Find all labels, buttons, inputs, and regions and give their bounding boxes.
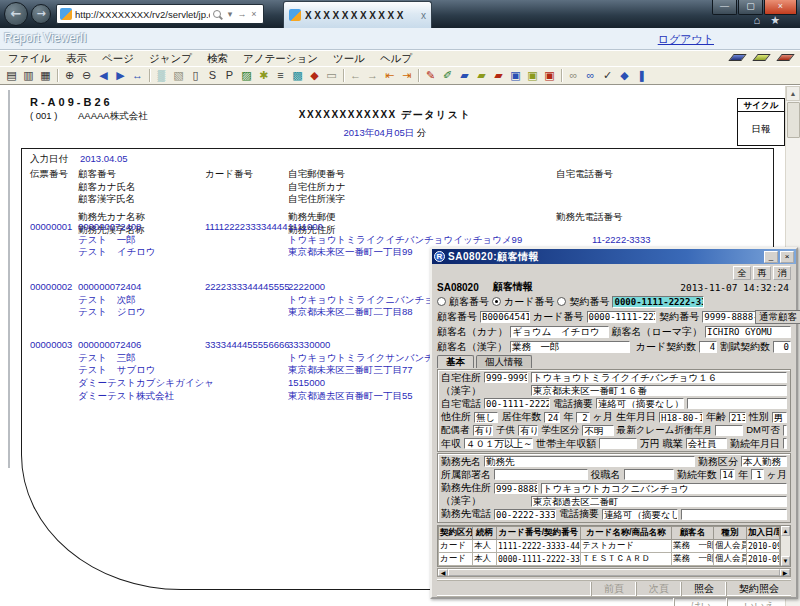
scroll-up-icon[interactable]: ▲	[786, 86, 800, 101]
spouse-field[interactable]: 有り	[473, 425, 493, 436]
home-postal-field[interactable]: 999-9999	[484, 372, 528, 383]
radio-contract-no[interactable]	[557, 297, 566, 306]
menu-file[interactable]: ファイル	[8, 52, 51, 66]
settings-icon[interactable]: ✱	[255, 68, 272, 83]
dropdown-icon[interactable]: ▾	[224, 5, 236, 23]
last-page-icon[interactable]: ⇥	[398, 68, 415, 83]
residence-months-field[interactable]: 2	[576, 412, 589, 423]
radio-card-label[interactable]: カード番号	[504, 295, 554, 309]
home-icon[interactable]: ⌂	[753, 14, 770, 26]
tab-basic[interactable]: 基本	[437, 355, 474, 368]
claim-field[interactable]	[715, 425, 743, 436]
note-yellow-icon[interactable]: ▰	[473, 68, 490, 83]
card-no-field[interactable]: 0000-1111-2222-3333	[587, 311, 657, 323]
dept-field[interactable]	[494, 469, 588, 480]
clear-button[interactable]: 消	[773, 266, 791, 280]
age-field[interactable]: 213	[729, 412, 746, 423]
menu-help[interactable]: ヘルプ	[380, 52, 412, 66]
residence-years-field[interactable]: 24	[544, 412, 560, 423]
contracts-hscroll-thumb[interactable]	[448, 569, 780, 576]
radio-customer-no[interactable]	[437, 297, 446, 306]
tab-personal[interactable]: 個人情報	[476, 355, 532, 368]
other-addr-field[interactable]: 無し	[474, 412, 498, 423]
redisplay-button[interactable]: 再	[753, 266, 771, 280]
work-date-field[interactable]	[783, 438, 787, 449]
book-icon[interactable]: ❚	[633, 68, 650, 83]
col-card-number[interactable]: カード番号/契約番号	[497, 527, 581, 540]
contract-inquiry-button[interactable]: 契約照会	[726, 582, 791, 596]
children-field[interactable]: 有り	[518, 425, 538, 436]
menu-jump[interactable]: ジャンプ	[149, 52, 192, 66]
print-preview-icon[interactable]: ▦	[37, 68, 54, 83]
next-page-button[interactable]: 次頁	[636, 582, 681, 596]
radio-card-no[interactable]	[492, 297, 501, 306]
clip-blue-icon[interactable]: ▣	[507, 68, 524, 83]
stamp-icon[interactable]: ◆	[306, 68, 323, 83]
search-input[interactable]: 0000-1111-2222-3333	[612, 296, 704, 308]
link-color-icon[interactable]: ∞	[582, 68, 599, 83]
photo-icon[interactable]: ▩	[289, 68, 306, 83]
contracts-scroll-left-icon[interactable]: ◀	[438, 569, 448, 576]
dialog-titlebar[interactable]: R SA08020:顧客情報 _ ×	[432, 249, 796, 264]
no-button[interactable]: いいえ	[727, 598, 791, 606]
work-type-field[interactable]: 本人勤務	[741, 456, 787, 467]
url-text[interactable]: http://XXXXXXXX/rv2/servlet/jp.co.canon_…	[75, 9, 210, 20]
contracts-scroll-up-icon[interactable]: ▲	[781, 526, 790, 536]
clip-red-icon[interactable]: ▣	[541, 68, 558, 83]
search-icon[interactable]	[213, 10, 221, 18]
work-addr-kanji-field[interactable]: 東京都過去区二番町	[531, 496, 787, 507]
radio-contract-label[interactable]: 契約番号	[569, 295, 609, 309]
prev-view-icon[interactable]: ◀	[95, 68, 112, 83]
contracts-hscrollbar[interactable]: ◀ ▶	[437, 568, 791, 577]
name-kana-field[interactable]: ギョウム イチロウ	[510, 326, 608, 338]
birth-field[interactable]: H18-80-10	[659, 412, 703, 423]
work-name-field[interactable]: 勤務先	[484, 456, 695, 467]
contracts-scroll-right-icon[interactable]: ▶	[780, 569, 790, 576]
pen-icon[interactable]: ✎	[422, 68, 439, 83]
next-view-icon[interactable]: ▶	[112, 68, 129, 83]
check-icon[interactable]: ✓	[599, 68, 616, 83]
yes-button[interactable]: はい	[674, 598, 727, 606]
name-kanji-field[interactable]: 業務 一郎	[510, 341, 630, 353]
dialog-close-button[interactable]: ×	[780, 251, 794, 263]
template-icon[interactable]: ▭	[323, 68, 340, 83]
page-s-icon[interactable]: S	[204, 68, 221, 83]
service-months-field[interactable]: 1	[751, 469, 764, 480]
single-page-icon[interactable]: ▯	[187, 68, 204, 83]
name-roman-field[interactable]: ICHIRO GYOMU	[705, 326, 791, 338]
nav-back-icon[interactable]: ←	[347, 68, 364, 83]
dialog-minimize-button[interactable]: _	[764, 251, 778, 263]
address-bar[interactable]: http://XXXXXXXX/rv2/servlet/jp.co.canon_…	[56, 4, 264, 24]
work-phone-field[interactable]: 00-2222-3333	[494, 509, 556, 520]
tab-close-icon[interactable]: x	[421, 10, 426, 21]
home-phone-field[interactable]: 00-1111-2222	[484, 398, 550, 409]
card-count-field[interactable]: 4	[699, 341, 717, 353]
income-field[interactable]: ４０１万以上～５	[464, 438, 533, 449]
back-button[interactable]: ←	[4, 2, 28, 26]
stop-icon[interactable]: ×	[248, 5, 260, 23]
contract-row[interactable]: カード 本人 0000-1111-2222-3333 ＴＥＳＴＣＡＲＤ 業務 一…	[439, 553, 780, 566]
prev-page-button[interactable]: 前頁	[591, 582, 636, 596]
close-button[interactable]: ×	[764, 0, 797, 15]
menu-view[interactable]: 表示	[66, 52, 87, 66]
clip-yellow-icon[interactable]: ▣	[524, 68, 541, 83]
col-card-name[interactable]: カード名称/商品名称	[581, 527, 672, 540]
radio-customer-label[interactable]: 顧客番号	[449, 295, 489, 309]
page-p-icon[interactable]: P	[221, 68, 238, 83]
note-blue-icon[interactable]: ▰	[456, 68, 473, 83]
browser-tab[interactable]: XXXXXXXXXXX x	[283, 1, 432, 28]
contracts-scroll-down-icon[interactable]: ▼	[781, 556, 790, 566]
note-red-icon[interactable]: ▰	[490, 68, 507, 83]
work-phone-extra-field[interactable]	[681, 509, 787, 520]
contracts-scrollbar[interactable]: ▲ ▼	[780, 526, 790, 566]
job-field[interactable]: 会社員	[686, 438, 727, 449]
line-list-icon[interactable]: ≡	[272, 68, 289, 83]
work-addr-kana-field[interactable]: トウキョウトカコクニバンチョウ	[541, 483, 787, 494]
fit-width-icon[interactable]: ↔	[129, 68, 146, 83]
dm-field[interactable]	[783, 425, 787, 436]
nav-forward-icon[interactable]: →	[364, 68, 381, 83]
service-years-field[interactable]: 14	[720, 469, 735, 480]
zoom-out-icon[interactable]: ⊖	[78, 68, 95, 83]
forward-button[interactable]: →	[31, 4, 51, 24]
tab-title[interactable]: XXXXXXXXXXX	[305, 10, 421, 21]
